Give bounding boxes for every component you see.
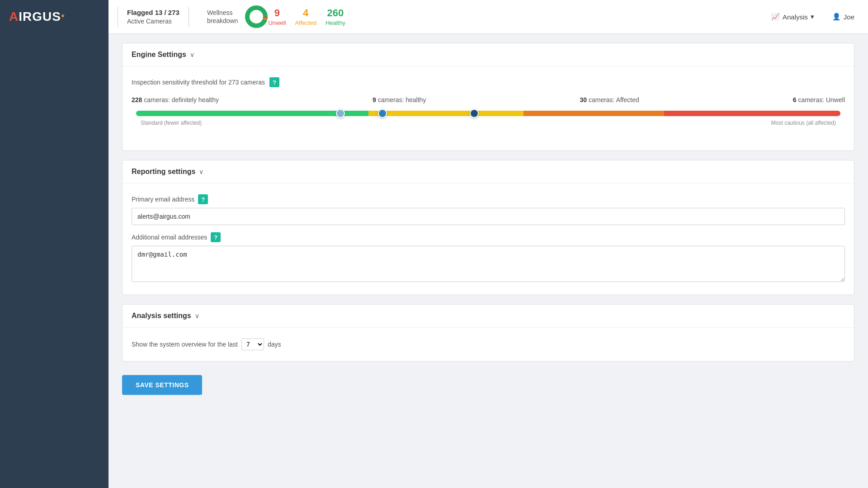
cameras-healthy: 9 cameras: healthy: [373, 96, 426, 103]
threshold-help-button[interactable]: ?: [269, 77, 279, 87]
analysis-days-row: Show the system overview for the last 7 …: [132, 338, 845, 350]
cameras-affected-label: cameras: Affected: [589, 96, 639, 103]
threshold-label-text: Inspection sensitivity threshold for 273…: [132, 79, 265, 86]
additional-email-textarea[interactable]: dmr@gmail.com: [132, 246, 845, 282]
wellness-label: Wellness breakdown: [207, 9, 238, 25]
logo-area: AIRGUS: [0, 0, 108, 34]
engine-settings-header[interactable]: Engine Settings ∨: [123, 43, 854, 66]
primary-email-label-row: Primary email address ?: [132, 194, 845, 204]
logo: AIRGUS: [9, 9, 61, 24]
affected-count: 4: [303, 7, 308, 19]
donut-chart: [245, 5, 268, 28]
sensitivity-slider-container: Standard (fewer affected) Most cautious …: [132, 111, 845, 126]
reporting-settings-header[interactable]: Reporting settings ∨: [123, 160, 854, 183]
main-content: Engine Settings ∨ Inspection sensitivity…: [108, 34, 868, 488]
cameras-unwell-count: 6: [793, 96, 797, 103]
chart-icon: 📈: [771, 13, 780, 21]
additional-email-label-text: Additional email addresses: [132, 234, 207, 241]
additional-email-help-button[interactable]: ?: [211, 232, 221, 242]
analysis-dropdown-icon: ▾: [811, 13, 814, 21]
analysis-settings-header[interactable]: Analysis settings ∨: [123, 305, 854, 328]
header: AIRGUS Flagged 13 / 273 Active Cameras W…: [0, 0, 868, 34]
slider-label-right: Most cautious (all affected): [771, 120, 836, 126]
cameras-affected: 30 cameras: Affected: [580, 96, 639, 103]
cameras-healthy-label: cameras: definitely healthy: [144, 96, 219, 103]
user-nav-label: Joe: [844, 13, 854, 21]
user-nav-button[interactable]: 👤 Joe: [828, 10, 859, 23]
healthy-label: Healthy: [326, 19, 345, 26]
wellness-label-line2: breakdown: [207, 17, 238, 25]
slider-label-left: Standard (fewer affected): [141, 120, 202, 126]
reporting-settings-body: Primary email address ? Additional email…: [123, 183, 854, 295]
engine-settings-chevron: ∨: [190, 51, 194, 58]
reporting-settings-title: Reporting settings: [132, 168, 195, 176]
cameras-h-count: 9: [373, 96, 376, 103]
flagged-line: Flagged 13 / 273: [127, 8, 179, 17]
affected-label: Affected: [295, 19, 316, 26]
logo-a: A: [9, 9, 19, 23]
analysis-nav-label: Analysis: [783, 13, 808, 21]
user-icon: 👤: [832, 13, 841, 21]
save-settings-button[interactable]: SAVE SETTINGS: [122, 375, 202, 395]
unwell-count: 9: [274, 7, 280, 19]
engine-settings-title: Engine Settings: [132, 51, 186, 59]
slider-handle-1[interactable]: [336, 109, 345, 118]
header-divider: [118, 7, 118, 27]
logo-rest: IRGUS: [19, 9, 61, 23]
engine-settings-section: Engine Settings ∨ Inspection sensitivity…: [122, 43, 854, 151]
analysis-settings-chevron: ∨: [195, 312, 199, 319]
svg-point-0: [247, 8, 265, 26]
affected-stat: 4 Affected: [295, 7, 316, 26]
reporting-settings-chevron: ∨: [199, 168, 203, 175]
header-right: 📈 Analysis ▾ 👤 Joe: [767, 10, 859, 23]
active-cameras-label: Active Cameras: [127, 17, 179, 25]
additional-email-label-row: Additional email addresses ?: [132, 232, 845, 242]
reporting-settings-section: Reporting settings ∨ Primary email addre…: [122, 160, 854, 295]
sidebar: [0, 34, 108, 488]
overview-label-prefix: Show the system overview for the last: [132, 341, 238, 348]
threshold-label-row: Inspection sensitivity threshold for 273…: [132, 77, 845, 87]
healthy-stat: 260 Healthy: [326, 7, 345, 26]
header-divider-2: [189, 7, 189, 27]
cameras-unwell: 6 cameras: Unwell: [793, 96, 845, 103]
unwell-stat: 9 Unwell: [268, 7, 286, 26]
cameras-healthy-count: 228: [132, 96, 142, 103]
slider-labels: Standard (fewer affected) Most cautious …: [136, 120, 840, 126]
logo-dot: [61, 14, 64, 17]
analysis-settings-section: Analysis settings ∨ Show the system over…: [122, 304, 854, 361]
flagged-info: Flagged 13 / 273 Active Cameras: [127, 8, 179, 25]
wellness-stats: 9 Unwell 4 Affected 260 Healthy: [268, 7, 345, 26]
overview-label-suffix: days: [268, 341, 281, 348]
wellness-label-line1: Wellness: [207, 9, 238, 17]
cameras-h-label: cameras: healthy: [378, 96, 426, 103]
analysis-settings-body: Show the system overview for the last 7 …: [123, 328, 854, 361]
cameras-definitely-healthy: 228 cameras: definitely healthy: [132, 96, 219, 103]
analysis-settings-title: Analysis settings: [132, 312, 191, 320]
cameras-stats-row: 228 cameras: definitely healthy 9 camera…: [132, 96, 845, 103]
overview-days-select[interactable]: 7 14 30 60 90: [241, 338, 264, 350]
cameras-affected-count: 30: [580, 96, 587, 103]
main-layout: Engine Settings ∨ Inspection sensitivity…: [0, 34, 868, 488]
engine-settings-body: Inspection sensitivity threshold for 273…: [123, 66, 854, 150]
slider-handle-2[interactable]: [378, 109, 387, 118]
primary-email-input[interactable]: [132, 208, 845, 225]
analysis-nav-button[interactable]: 📈 Analysis ▾: [767, 10, 819, 23]
cameras-unwell-label: cameras: Unwell: [798, 96, 845, 103]
healthy-count: 260: [327, 7, 344, 19]
primary-email-label-text: Primary email address: [132, 196, 194, 203]
slider-handles: [136, 109, 840, 118]
wellness-section: Wellness breakdown 9 Unwell 4 Affected 2…: [207, 5, 345, 28]
slider-handle-3[interactable]: [470, 109, 479, 118]
unwell-label: Unwell: [268, 19, 286, 26]
primary-email-help-button[interactable]: ?: [198, 194, 208, 204]
